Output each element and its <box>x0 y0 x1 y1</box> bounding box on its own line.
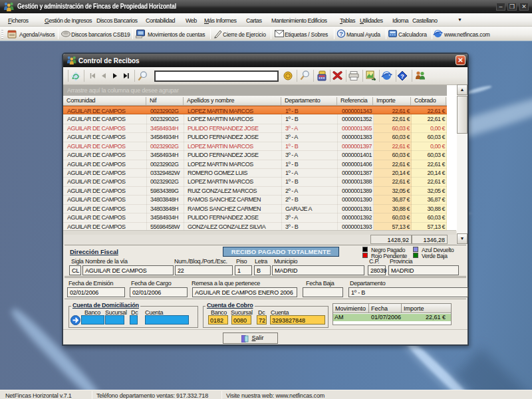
svg-text:?: ? <box>339 31 343 37</box>
svg-text:?: ? <box>400 73 404 80</box>
